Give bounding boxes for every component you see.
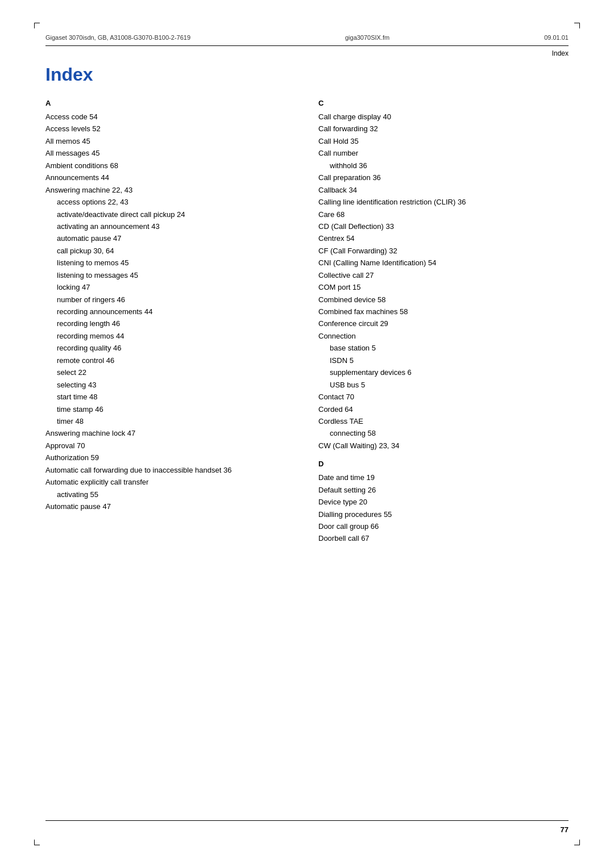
list-item: Automatic pause 47 <box>45 500 296 512</box>
list-item: access options 22, 43 <box>45 196 296 208</box>
list-item: Conference circuit 29 <box>318 318 569 329</box>
list-item: start time 48 <box>45 391 296 403</box>
list-item: listening to messages 45 <box>45 269 296 281</box>
list-item: Centrex 54 <box>318 232 569 244</box>
list-item: recording quality 46 <box>45 342 296 354</box>
page: Gigaset 3070isdn, GB, A31008-G3070-B100-… <box>0 0 614 868</box>
list-item: Call forwarding 32 <box>318 123 569 135</box>
list-item: Dialling procedures 55 <box>318 508 569 520</box>
list-item: Call Hold 35 <box>318 135 569 147</box>
list-item: Answering machine 22, 43 <box>45 184 296 196</box>
list-item: COM port 15 <box>318 281 569 293</box>
list-item: Authorization 59 <box>45 452 296 464</box>
list-item: Collective call 27 <box>318 269 569 281</box>
index-columns: A Access code 54Access levels 52All memo… <box>45 99 569 545</box>
list-item: recording announcements 44 <box>45 306 296 318</box>
section-c-label: C <box>318 99 569 107</box>
list-item: Answering machine lock 47 <box>45 427 296 439</box>
page-bottom: 77 <box>45 820 569 834</box>
list-item: CNI (Calling Name Identification) 54 <box>318 257 569 269</box>
list-item: automatic pause 47 <box>45 232 296 244</box>
header-center: giga3070SIX.fm <box>345 34 389 41</box>
list-item: supplementary devices 6 <box>318 366 569 378</box>
corner-mark-br <box>574 840 580 845</box>
header-section-label: Index <box>45 49 569 57</box>
list-item: remote control 46 <box>45 354 296 366</box>
header-right: 09.01.01 <box>544 34 569 41</box>
list-item: Cordless TAE <box>318 415 569 427</box>
list-item: Access code 54 <box>45 111 296 123</box>
list-item: withhold 36 <box>318 160 569 172</box>
header-rule <box>45 45 569 46</box>
list-item: Call preparation 36 <box>318 172 569 183</box>
page-number: 77 <box>561 825 569 834</box>
list-item: recording memos 44 <box>45 330 296 342</box>
section-a-label: A <box>45 99 296 107</box>
list-item: locking 47 <box>45 281 296 293</box>
list-item: Call number <box>318 147 569 159</box>
list-item: Call charge display 40 <box>318 111 569 123</box>
section-a-list: Access code 54Access levels 52All memos … <box>45 111 296 512</box>
list-item: number of ringers 46 <box>45 294 296 306</box>
corner-mark-tl <box>34 23 40 28</box>
list-item: All memos 45 <box>45 135 296 147</box>
footer: 77 <box>45 821 569 834</box>
list-item: activating an announcement 43 <box>45 220 296 232</box>
list-item: Access levels 52 <box>45 123 296 135</box>
list-item: activate/deactivate direct call pickup 2… <box>45 208 296 220</box>
list-item: Doorbell call 67 <box>318 532 569 544</box>
list-item: Combined fax machines 58 <box>318 306 569 318</box>
section-d-label: D <box>318 460 569 468</box>
list-item: select 22 <box>45 366 296 378</box>
list-item: All messages 45 <box>45 147 296 159</box>
section-d-list: Date and time 19Default setting 26Device… <box>318 471 569 545</box>
header-meta: Gigaset 3070isdn, GB, A31008-G3070-B100-… <box>45 34 569 43</box>
list-item: time stamp 46 <box>45 403 296 415</box>
list-item: listening to memos 45 <box>45 257 296 269</box>
list-item: Care 68 <box>318 208 569 220</box>
list-item: Approval 70 <box>45 440 296 452</box>
list-item: call pickup 30, 64 <box>45 245 296 257</box>
list-item: timer 48 <box>45 415 296 427</box>
corner-mark-tr <box>574 23 580 28</box>
page-title: Index <box>45 64 569 85</box>
list-item: selecting 43 <box>45 379 296 391</box>
list-item: Combined device 58 <box>318 294 569 306</box>
list-item: Callback 34 <box>318 184 569 196</box>
list-item: CD (Call Deflection) 33 <box>318 220 569 232</box>
list-item: Ambient conditions 68 <box>45 160 296 172</box>
list-item: Default setting 26 <box>318 484 569 496</box>
list-item: Date and time 19 <box>318 471 569 483</box>
list-item: Automatic call forwarding due to inacces… <box>45 464 296 476</box>
list-item: base station 5 <box>318 342 569 354</box>
header-left: Gigaset 3070isdn, GB, A31008-G3070-B100-… <box>45 34 190 41</box>
list-item: ISDN 5 <box>318 354 569 366</box>
list-item: CW (Call Waiting) 23, 34 <box>318 440 569 452</box>
list-item: Corded 64 <box>318 403 569 415</box>
list-item: Device type 20 <box>318 496 569 508</box>
list-item: connecting 58 <box>318 427 569 439</box>
corner-mark-bl <box>34 840 40 845</box>
list-item: activating 55 <box>45 489 296 500</box>
left-column: A Access code 54Access levels 52All memo… <box>45 99 296 545</box>
list-item: Connection <box>318 330 569 342</box>
list-item: Announcements 44 <box>45 172 296 183</box>
list-item: Calling line identification restriction … <box>318 196 569 208</box>
list-item: Door call group 66 <box>318 520 569 532</box>
list-item: USB bus 5 <box>318 379 569 391</box>
section-c-list: Call charge display 40Call forwarding 32… <box>318 111 569 452</box>
list-item: Contact 70 <box>318 391 569 403</box>
list-item: Automatic explicitly call transfer <box>45 476 296 488</box>
right-column: C Call charge display 40Call forwarding … <box>318 99 569 545</box>
list-item: recording length 46 <box>45 318 296 329</box>
list-item: CF (Call Forwarding) 32 <box>318 245 569 257</box>
